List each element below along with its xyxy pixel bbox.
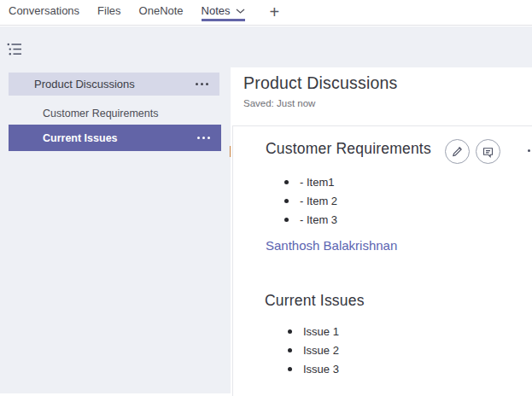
wiki-toolbar-band [0,26,532,67]
current-issues-list: Issue 1 Issue 2 Issue 3 [288,323,339,379]
author-link[interactable]: Santhosh Balakrishnan [266,238,397,253]
page-title: Product Discussions [243,73,397,93]
edit-section-button[interactable] [445,139,470,164]
list-item: - Item 2 [284,192,337,211]
customer-requirements-list: - Item1 - Item 2 - Item 3 [284,173,337,230]
sidebar-section-product-discussions[interactable]: Product Discussions [9,73,219,96]
wiki-sidebar: Product Discussions Customer Requirement… [0,67,231,393]
sidebar-item-current-issues[interactable]: Current Issues [9,125,221,151]
tab-onenote[interactable]: OneNote [139,5,184,17]
wiki-menu-list-icon [7,47,25,60]
section-more-ellipsis-icon[interactable] [196,83,208,85]
pencil-icon [451,145,464,158]
section-heading-customer-requirements[interactable]: Customer Requirements [266,140,431,158]
wiki-page-card: Customer Requirements [232,125,532,396]
teams-notes-window: Conversations Files OneNote Notes + [0,0,532,396]
comment-bubble-icon [482,146,494,158]
wiki-main-panel: Product Discussions Saved: Just now Cust… [231,67,532,396]
comment-section-button[interactable] [476,139,500,164]
list-item: Issue 3 [288,360,339,379]
sidebar-item-customer-requirements[interactable]: Customer Requirements [9,102,219,125]
chevron-down-icon [236,9,245,14]
list-item: - Item 3 [284,211,337,230]
list-item: Issue 2 [288,341,339,360]
more-ellipsis-icon[interactable] [528,149,530,152]
page-more-ellipsis-icon[interactable] [197,137,210,139]
sidebar-section-label: Product Discussions [34,78,135,90]
add-tab-button[interactable]: + [270,5,280,19]
section-heading-current-issues[interactable]: Current Issues [265,292,365,310]
tab-conversations[interactable]: Conversations [9,5,79,17]
tab-notes[interactable]: Notes [202,5,245,21]
wiki-menu-toggle-button[interactable] [7,42,25,57]
saved-status: Saved: Just now [243,98,315,108]
tab-files[interactable]: Files [97,5,120,17]
channel-tab-bar: Conversations Files OneNote Notes + [0,0,532,26]
list-item: Issue 1 [288,323,339,341]
list-item: - Item1 [284,173,337,192]
sidebar-page-label-selected: Current Issues [43,132,118,144]
tab-notes-label: Notes [202,5,231,17]
sidebar-page-label: Customer Requirements [43,108,158,119]
